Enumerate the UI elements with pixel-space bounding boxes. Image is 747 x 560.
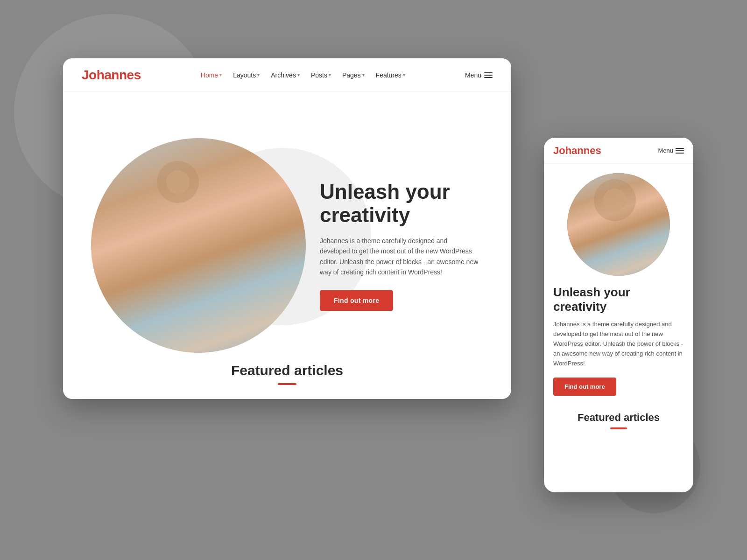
nav-link-layouts[interactable]: Layouts ▾: [229, 70, 263, 81]
hero-photo: [91, 138, 306, 353]
nav-item-archives[interactable]: Archives ▾: [267, 70, 303, 81]
desktop-featured-title: Featured articles: [63, 363, 511, 378]
nav-item-home[interactable]: Home ▾: [197, 70, 226, 81]
mobile-hamburger-icon: [676, 148, 684, 154]
mobile-featured-section: Featured articles: [553, 407, 684, 434]
mobile-hero-description: Johannes is a theme carefully designed a…: [553, 320, 684, 368]
mobile-find-out-more-button[interactable]: Find out more: [553, 378, 616, 396]
desktop-brand-logo: Johannes: [82, 68, 141, 83]
mobile-featured-underline: [610, 427, 627, 429]
nav-link-pages[interactable]: Pages ▾: [338, 70, 368, 81]
chevron-down-icon: ▾: [329, 72, 331, 77]
nav-link-posts[interactable]: Posts ▾: [307, 70, 335, 81]
chevron-down-icon: ▾: [362, 72, 365, 77]
desktop-nav: Johannes Home ▾ Layouts ▾ Archive: [63, 58, 511, 92]
desktop-hero-title: Unleash your creativity: [320, 180, 479, 227]
mobile-hero-photo: [567, 173, 670, 276]
featured-underline: [278, 383, 296, 385]
desktop-hero-description: Johannes is a theme carefully designed a…: [320, 236, 479, 278]
nav-link-archives[interactable]: Archives ▾: [267, 70, 303, 81]
desktop-hero: Unleash your creativity Johannes is a th…: [63, 92, 511, 399]
hero-content: Unleash your creativity Johannes is a th…: [320, 180, 479, 311]
desktop-mockup: Johannes Home ▾ Layouts ▾ Archive: [63, 58, 511, 399]
nav-item-layouts[interactable]: Layouts ▾: [229, 70, 263, 81]
desktop-find-out-more-button[interactable]: Find out more: [320, 290, 393, 311]
desktop-nav-links: Home ▾ Layouts ▾ Archives ▾: [197, 70, 409, 81]
mobile-hero-image: [567, 173, 670, 276]
mobile-menu-label: Menu: [658, 147, 673, 154]
chevron-down-icon: ▾: [297, 72, 300, 77]
mobile-hamburger-menu[interactable]: Menu: [658, 147, 684, 154]
mobile-nav: Johannes Menu: [544, 138, 693, 164]
desktop-hamburger-menu[interactable]: Menu: [465, 71, 493, 79]
hamburger-icon: [484, 72, 493, 78]
nav-item-pages[interactable]: Pages ▾: [338, 70, 368, 81]
mobile-mockup: Johannes Menu Unleash your creativity Jo…: [544, 138, 693, 492]
nav-item-posts[interactable]: Posts ▾: [307, 70, 335, 81]
mobile-hero: Unleash your creativity Johannes is a th…: [544, 164, 693, 443]
hero-image-circle: [91, 138, 306, 353]
menu-label: Menu: [465, 71, 481, 79]
chevron-down-icon: ▾: [219, 72, 222, 77]
scene: Johannes Home ▾ Layouts ▾ Archive: [35, 35, 712, 525]
nav-item-features[interactable]: Features ▾: [372, 70, 409, 81]
mobile-brand-logo: Johannes: [553, 145, 601, 157]
desktop-featured-section: Featured articles: [63, 363, 511, 399]
mobile-hero-title: Unleash your creativity: [553, 285, 684, 314]
nav-link-home[interactable]: Home ▾: [197, 70, 226, 81]
chevron-down-icon: ▾: [403, 72, 405, 77]
chevron-down-icon: ▾: [257, 72, 260, 77]
nav-link-features[interactable]: Features ▾: [372, 70, 409, 81]
mobile-featured-title: Featured articles: [553, 412, 684, 424]
